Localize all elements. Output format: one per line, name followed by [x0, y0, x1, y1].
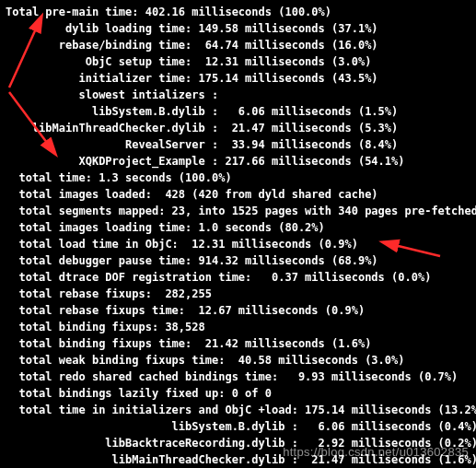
- console-line: total dtrace DOF registration time: 0.37…: [6, 269, 470, 286]
- console-line: Total pre-main time: 402.16 milliseconds…: [6, 4, 470, 20]
- console-line: total redo shared cached bindings time: …: [6, 369, 470, 385]
- console-line: libMainThreadChecker.dylib : 21.47 milli…: [6, 120, 470, 136]
- console-line: dylib loading time: 149.58 milliseconds …: [6, 20, 470, 37]
- console-line: RevealServer : 33.94 milliseconds (8.4%): [6, 136, 470, 153]
- watermark-text: https://blog.csdn.net/u013602835: [283, 443, 469, 462]
- console-line: total binding fixups: 38,528: [6, 319, 470, 335]
- console-line: slowest intializers :: [6, 87, 470, 103]
- console-line: total images loaded: 428 (420 from dyld …: [6, 186, 470, 203]
- console-line: ObjC setup time: 12.31 milliseconds (3.0…: [6, 53, 470, 70]
- console-line: total rebase fixups: 282,255: [6, 286, 470, 302]
- console-line: total binding fixups time: 21.42 millise…: [6, 335, 470, 352]
- console-line: total bindings lazily fixed up: 0 of 0: [6, 385, 470, 402]
- console-line: XQKDProject_Example : 217.66 millisecond…: [6, 153, 470, 170]
- console-line: total weak binding fixups time: 40.58 mi…: [6, 352, 470, 369]
- console-line: total load time in ObjC: 12.31 milliseco…: [6, 236, 470, 252]
- terminal-output: Total pre-main time: 402.16 milliseconds…: [6, 4, 470, 468]
- console-line: total time in initializers and ObjC +loa…: [6, 402, 470, 418]
- console-line: total segments mapped: 23, into 1525 pag…: [6, 203, 470, 219]
- console-line: libSystem.B.dylib : 6.06 milliseconds (0…: [6, 418, 470, 435]
- console-line: rebase/binding time: 64.74 milliseconds …: [6, 37, 470, 53]
- console-line: initializer time: 175.14 milliseconds (4…: [6, 70, 470, 87]
- console-line: total time: 1.3 seconds (100.0%): [6, 170, 470, 186]
- console-line: total images loading time: 1.0 seconds (…: [6, 219, 470, 236]
- console-line: total rebase fixups time: 12.67 millisec…: [6, 302, 470, 319]
- console-line: libSystem.B.dylib : 6.06 milliseconds (1…: [6, 103, 470, 120]
- console-line: total debugger pause time: 914.32 millis…: [6, 252, 470, 269]
